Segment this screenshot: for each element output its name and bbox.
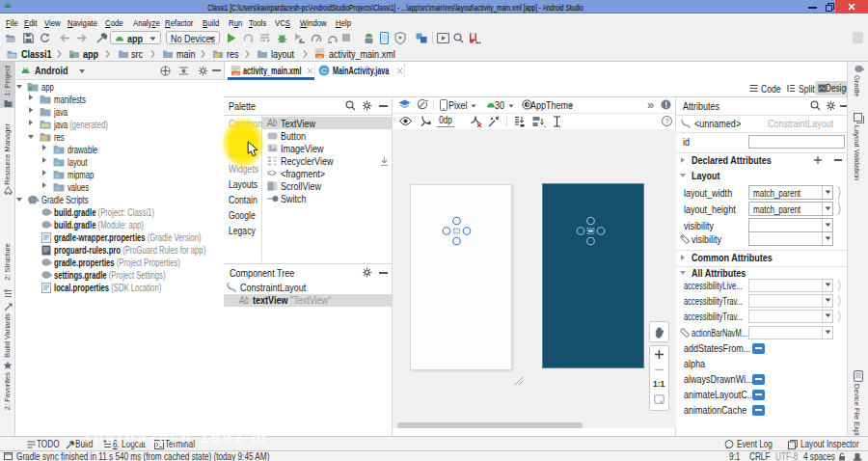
svg-text:xml: xml <box>233 72 239 76</box>
svg-text:?: ? <box>665 117 668 125</box>
svg-text:C: C <box>321 67 327 75</box>
